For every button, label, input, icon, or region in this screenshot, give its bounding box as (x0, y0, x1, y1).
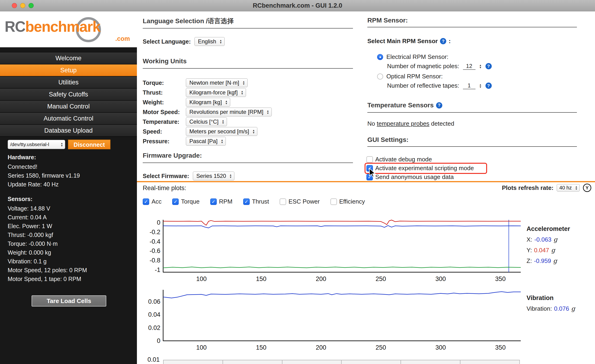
tare-load-cells-button[interactable]: Tare Load Cells (32, 295, 106, 307)
temperature-probes-link[interactable]: temperature probes (377, 120, 429, 127)
torque-unit-select[interactable]: Newton meter [N·m]▲▼ (186, 78, 248, 87)
debug-mode-checkbox[interactable]: ✓ (366, 156, 373, 163)
window-title: RCbenchmark.com - GUI 1.2.0 (0, 0, 595, 11)
help-icon[interactable]: ? (485, 82, 492, 89)
stepper-icon[interactable]: ▲▼ (479, 64, 482, 69)
thrust-label: Thrust: (143, 89, 186, 96)
serial-port-value: /dev/tty.usbserial-l (10, 142, 49, 147)
sidebar-item-safety-cutoffs[interactable]: Safety Cutoffs (0, 89, 137, 101)
divider (143, 68, 353, 69)
electrical-rpm-label: Electrical RPM Sensor: (386, 53, 448, 61)
partial-table (163, 360, 520, 364)
esc-power-toggle[interactable]: ✓ESC Power (280, 198, 319, 205)
sidebar-item-welcome[interactable]: Welcome (0, 52, 137, 64)
select-arrows-icon: ▲▼ (575, 185, 578, 190)
svg-text:0: 0 (157, 219, 160, 226)
titlebar: RCbenchmark.com - GUI 1.2.0 (0, 0, 595, 11)
sensor-line: Weight: 0.000 kg (8, 248, 87, 257)
table-cell (283, 360, 342, 364)
reflective-tapes-input[interactable]: 1 (463, 82, 475, 89)
accel-x-row: X:-0.063g (527, 236, 557, 243)
sidebar-item-database-upload[interactable]: Database Upload (0, 125, 137, 137)
sensor-line: Vibration: 0.1 g (8, 257, 87, 266)
hardware-heading: Hardware: (8, 152, 80, 162)
sidebar-menu: Welcome Setup Utilities Safety Cutoffs M… (0, 52, 137, 137)
motor-speed-unit-select[interactable]: Revolutions per minute [RPM]▲▼ (186, 108, 272, 116)
select-arrows-icon: ▲▼ (61, 142, 63, 147)
refresh-rate-select[interactable]: 40 hz ▲▼ (557, 184, 580, 192)
sensor-line: Voltage: 14.88 V (8, 204, 87, 213)
svg-text:200: 200 (316, 275, 326, 282)
hardware-status-block: Hardware: Connected! Series 1580, firmwa… (8, 152, 80, 189)
serial-port-select[interactable]: /dev/tty.usbserial-l ▲▼ (8, 140, 65, 149)
partial-plot-tick: 0.01 (142, 356, 160, 363)
torque-toggle[interactable]: ✓Torque (172, 198, 199, 205)
divider (143, 163, 353, 163)
sidebar-item-automatic-control[interactable]: Automatic Control (0, 113, 137, 125)
accelerometer-title: Accelerometer (527, 225, 570, 233)
divider (143, 28, 353, 28)
working-units-heading: Working Units (143, 57, 187, 65)
svg-text:350: 350 (495, 344, 506, 351)
sidebar-item-setup[interactable]: Setup (0, 64, 137, 76)
weight-label: Weight: (143, 99, 186, 106)
sidebar-item-utilities[interactable]: Utilities (0, 76, 137, 89)
select-arrows-icon: ▲▼ (229, 174, 232, 178)
checkbox-icon: ✓ (330, 199, 337, 205)
efficiency-toggle[interactable]: ✓Efficiency (330, 198, 365, 205)
speed-unit-select[interactable]: Meters per second [m/s]▲▼ (186, 127, 257, 136)
firmware-select[interactable]: Series 1520 ▲▼ (193, 172, 234, 180)
vibration-title: Vibration (527, 295, 575, 302)
anonymous-usage-label: Send anonymous usage data (375, 173, 454, 181)
anonymous-usage-checkbox[interactable]: ✓ (366, 174, 373, 180)
svg-text:-0.4: -0.4 (149, 238, 160, 245)
electrical-rpm-radio[interactable] (377, 54, 383, 60)
disconnect-button[interactable]: Disconnect (68, 140, 110, 149)
sensor-line: Elec. Power: 1 W (8, 222, 87, 230)
pressure-label: Pressure: (143, 138, 186, 145)
experimental-scripting-label: Activate experimental scripting mode (375, 165, 474, 172)
weight-unit-select[interactable]: Kilogram [kg]▲▼ (186, 98, 230, 107)
optical-rpm-radio[interactable] (377, 74, 383, 80)
sidebar: RCbenchmark .com Welcome Setup Utilities… (0, 11, 137, 364)
checkbox-icon: ✓ (143, 199, 149, 205)
table-cell (223, 360, 283, 364)
svg-text:100: 100 (196, 275, 206, 282)
plot-toggles: ✓Acc ✓Torque ✓RPM ✓Thrust ✓ESC Power ✓Ef… (143, 198, 365, 205)
help-icon[interactable]: ? (436, 102, 442, 109)
thrust-toggle[interactable]: ✓Thrust (243, 198, 269, 205)
debug-mode-label: Activate debug mode (375, 156, 432, 163)
logo-benchmark-text: benchmark (25, 18, 100, 35)
temperature-unit-select[interactable]: Celcius [°C]▲▼ (186, 117, 227, 126)
sensors-block: Sensors: Voltage: 14.88 V Current: 0.04 … (8, 194, 87, 283)
rpm-toggle[interactable]: ✓RPM (210, 198, 233, 205)
experimental-scripting-checkbox[interactable]: ✓ (366, 165, 373, 172)
optical-rpm-label: Optical RPM Sensor: (386, 73, 443, 80)
vibration-row: Vibration:0.076g (527, 305, 575, 312)
svg-text:100: 100 (196, 344, 206, 351)
help-icon[interactable]: ? (485, 63, 492, 69)
help-icon[interactable]: ? (440, 38, 446, 44)
sidebar-item-manual-control[interactable]: Manual Control (0, 101, 137, 113)
stepper-icon[interactable]: ▲▼ (479, 83, 482, 88)
table-cell (342, 360, 401, 364)
select-arrows-icon: ▲▼ (252, 129, 255, 134)
y-axis-autoscale-icon[interactable]: Y (583, 184, 591, 192)
logo-rc-text: RC (5, 18, 25, 35)
divider (367, 112, 577, 113)
checkbox-icon: ✓ (243, 199, 250, 205)
sensor-line: Torque: -0.000 N·m (8, 239, 87, 248)
acc-toggle[interactable]: ✓Acc (143, 198, 162, 205)
thrust-unit-select[interactable]: Kilogram-force [kgf]▲▼ (186, 88, 246, 97)
pressure-unit-select[interactable]: Pascal [Pa]▲▼ (186, 137, 226, 146)
select-main-rpm-colon: : (449, 38, 451, 45)
svg-text:-1: -1 (155, 266, 160, 273)
motor-speed-label: Motor Speed: (143, 109, 186, 116)
svg-text:250: 250 (375, 344, 386, 351)
magnetic-poles-input[interactable]: 12 (463, 63, 475, 70)
temperature-label: Temperature: (143, 118, 186, 125)
language-section-heading: Language Selection /语言选择 (143, 17, 234, 26)
magnetic-poles-label: Number of magnetic poles: (387, 63, 459, 70)
language-select[interactable]: English ▲▼ (194, 37, 225, 46)
checkbox-icon: ✓ (172, 199, 179, 205)
